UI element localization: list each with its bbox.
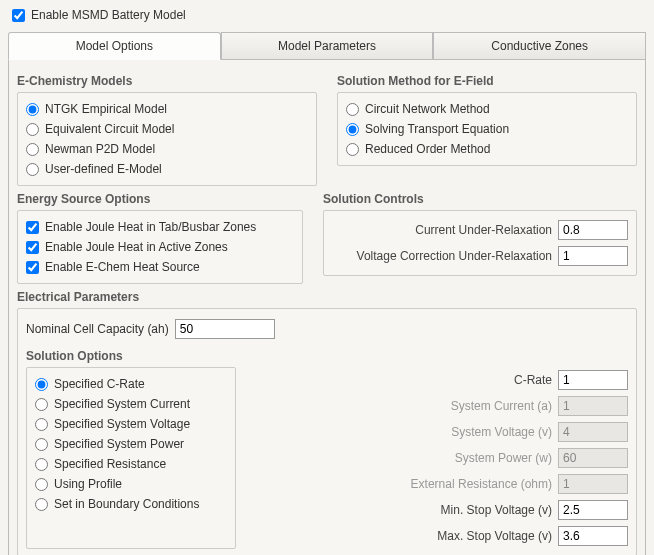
echem-ecm-label: Equivalent Circuit Model <box>45 122 174 136</box>
tab-model-options[interactable]: Model Options <box>8 32 221 60</box>
solopt-profile-radio[interactable] <box>35 478 48 491</box>
solopt-bc-label: Set in Boundary Conditions <box>54 497 199 511</box>
energy-title: Energy Source Options <box>17 192 303 206</box>
energy-tab-busbar-label: Enable Joule Heat in Tab/Busbar Zones <box>45 220 256 234</box>
enable-msmd-label: Enable MSMD Battery Model <box>31 8 186 22</box>
solopt-bc-radio[interactable] <box>35 498 48 511</box>
echem-ntgk-label: NTGK Empirical Model <box>45 102 167 116</box>
model-options-panel: E-Chemistry Models NTGK Empirical Model … <box>8 60 646 555</box>
minstop-input[interactable] <box>558 500 628 520</box>
echem-title: E-Chemistry Models <box>17 74 317 88</box>
echem-p2d-radio[interactable] <box>26 143 39 156</box>
energy-echemheat-label: Enable E-Chem Heat Source <box>45 260 200 274</box>
solopt-crate-radio[interactable] <box>35 378 48 391</box>
echem-user-label: User-defined E-Model <box>45 162 162 176</box>
echem-user-radio[interactable] <box>26 163 39 176</box>
solmethod-circuit-label: Circuit Network Method <box>365 102 490 116</box>
syspow-input <box>558 448 628 468</box>
solmethod-reduced-radio[interactable] <box>346 143 359 156</box>
current-ur-label: Current Under-Relaxation <box>332 223 552 237</box>
tabs: Model Options Model Parameters Conductiv… <box>8 32 646 60</box>
echem-ntgk-radio[interactable] <box>26 103 39 116</box>
sysvolt-input <box>558 422 628 442</box>
solmethod-title: Solution Method for E-Field <box>337 74 637 88</box>
solopt-syspow-radio[interactable] <box>35 438 48 451</box>
minstop-label: Min. Stop Voltage (v) <box>402 503 552 517</box>
solopt-res-radio[interactable] <box>35 458 48 471</box>
extres-input <box>558 474 628 494</box>
maxstop-label: Max. Stop Voltage (v) <box>402 529 552 543</box>
crate-input[interactable] <box>558 370 628 390</box>
solopts-title: Solution Options <box>26 349 628 363</box>
solopts-group: Specified C-Rate Specified System Curren… <box>26 367 236 549</box>
enable-msmd-checkbox[interactable] <box>12 9 25 22</box>
echem-group: NTGK Empirical Model Equivalent Circuit … <box>17 92 317 186</box>
solmethod-group: Circuit Network Method Solving Transport… <box>337 92 637 166</box>
syscur-label: System Current (a) <box>402 399 552 413</box>
energy-group: Enable Joule Heat in Tab/Busbar Zones En… <box>17 210 303 284</box>
tab-model-parameters[interactable]: Model Parameters <box>221 32 434 59</box>
solopt-res-label: Specified Resistance <box>54 457 166 471</box>
syspow-label: System Power (w) <box>402 451 552 465</box>
energy-tab-busbar-check[interactable] <box>26 221 39 234</box>
solctl-title: Solution Controls <box>323 192 637 206</box>
crate-label: C-Rate <box>402 373 552 387</box>
echem-ecm-radio[interactable] <box>26 123 39 136</box>
solmethod-transport-label: Solving Transport Equation <box>365 122 509 136</box>
extres-label: External Resistance (ohm) <box>402 477 552 491</box>
energy-echemheat-check[interactable] <box>26 261 39 274</box>
solopt-sysvolt-label: Specified System Voltage <box>54 417 190 431</box>
energy-active-check[interactable] <box>26 241 39 254</box>
voltage-ur-label: Voltage Correction Under-Relaxation <box>332 249 552 263</box>
solopt-syscur-label: Specified System Current <box>54 397 190 411</box>
solopt-profile-label: Using Profile <box>54 477 122 491</box>
tab-conductive-zones[interactable]: Conductive Zones <box>433 32 646 59</box>
voltage-ur-input[interactable] <box>558 246 628 266</box>
solmethod-circuit-radio[interactable] <box>346 103 359 116</box>
energy-active-label: Enable Joule Heat in Active Zones <box>45 240 228 254</box>
solopt-syscur-radio[interactable] <box>35 398 48 411</box>
nominal-input[interactable] <box>175 319 275 339</box>
syscur-input <box>558 396 628 416</box>
solopt-crate-label: Specified C-Rate <box>54 377 145 391</box>
elec-group: Nominal Cell Capacity (ah) Solution Opti… <box>17 308 637 555</box>
elec-title: Electrical Parameters <box>17 290 637 304</box>
echem-p2d-label: Newman P2D Model <box>45 142 155 156</box>
sysvolt-label: System Voltage (v) <box>402 425 552 439</box>
solctl-group: Current Under-Relaxation Voltage Correct… <box>323 210 637 276</box>
nominal-label: Nominal Cell Capacity (ah) <box>26 322 169 336</box>
solopt-syspow-label: Specified System Power <box>54 437 184 451</box>
solmethod-transport-radio[interactable] <box>346 123 359 136</box>
solopt-sysvolt-radio[interactable] <box>35 418 48 431</box>
elec-fields: C-Rate System Current (a) System Voltage… <box>256 367 628 549</box>
solmethod-reduced-label: Reduced Order Method <box>365 142 490 156</box>
current-ur-input[interactable] <box>558 220 628 240</box>
maxstop-input[interactable] <box>558 526 628 546</box>
